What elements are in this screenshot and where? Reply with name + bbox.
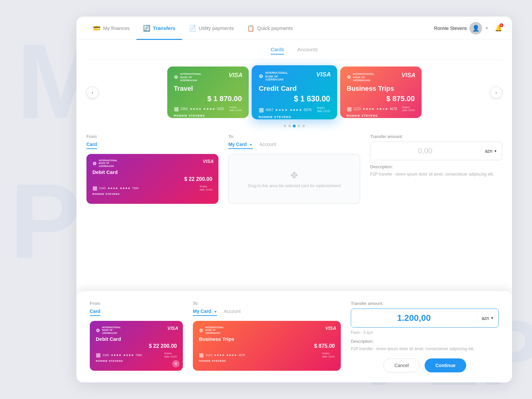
chip-icon-business: ▦ (347, 106, 352, 112)
to-drop-zone[interactable]: ✥ Drag to this area the selected card fo… (228, 154, 360, 204)
cards-carousel: ‹ ⚙ INTERNATIONAL BANK OF AZERBAIJAN Tra… (86, 66, 502, 118)
card-footer-travel: ▦ 2356 ★★★★ ★★★★ 3455 Expiry date 12/20 (174, 106, 242, 112)
amount-input[interactable] (370, 142, 480, 160)
nav-utility-payments[interactable]: 📄 Utility payments (182, 17, 241, 40)
close-circle-icon[interactable]: ✕ (172, 360, 180, 367)
transfers-icon: 🔄 (143, 25, 150, 32)
card-business[interactable]: ⚙ INTERNATIONAL BANK OF AZERBAIJAN Busin… (340, 66, 422, 118)
dot-1[interactable] (284, 125, 286, 127)
nav-quick-label: Quick payments (257, 25, 293, 31)
from-card-debit[interactable]: ⚙ INTERNATIONAL BANK OF AZERBAIJAN VISA … (86, 154, 218, 204)
bottom-from-label: From: (90, 301, 183, 306)
chip-icon-credit: ▦ (258, 106, 264, 113)
from-column: From: Card ⚙ INTERNATIONAL BANK OF AZERB… (86, 134, 218, 204)
bottom-to-card-holder: RONNIE STEVENS (199, 359, 335, 362)
bottom-to-card-amount: $ 875.00 (199, 343, 335, 349)
carousel-prev-button[interactable]: ‹ (86, 86, 98, 98)
bank-logo-from: ⚙ INTERNATIONAL BANK OF AZERBAIJAN (92, 159, 212, 168)
bank-name-business: INTERNATIONAL BANK OF AZERBAIJAN (353, 72, 380, 82)
continue-button[interactable]: Continue (425, 358, 466, 372)
card-expiry-travel: Expiry date 12/20 (229, 106, 242, 112)
bottom-from-tab-row: Card (90, 309, 183, 316)
transfer-section-top: From: Card ⚙ INTERNATIONAL BANK OF AZERB… (86, 134, 502, 204)
nav-transfers-label: Transfers (153, 25, 176, 31)
content-area: Cards Accounts ‹ ⚙ INTERNATIONAL BANK OF… (76, 40, 512, 214)
card-amount-business: $ 875.00 (347, 94, 415, 103)
notification-bell[interactable]: 🔔 1 (495, 25, 502, 32)
bottom-amount-column: Transfer amount: azn ▼ Fees - 3 azn Desc… (351, 301, 499, 372)
from-card-amount: $ 22 200.00 (92, 176, 212, 182)
card-holder-credit: RONNIE STEVENS (258, 115, 330, 119)
nav-utility-label: Utility payments (199, 25, 234, 31)
action-buttons: Cancel Continue (351, 358, 499, 372)
card-holder-business: RONNIE STEVENS (347, 114, 415, 117)
bottom-to-tab-account[interactable]: Account (224, 309, 241, 316)
nav-quick-payments[interactable]: 📋 Quick payments (240, 17, 300, 40)
bottom-bank-logo-to: ⚙ INTERNATIONAL BANK OF AZERBAIJAN (199, 326, 335, 334)
to-tab-account[interactable]: Account (259, 142, 276, 149)
dot-5[interactable] (302, 125, 305, 127)
bottom-to-label: To: (193, 301, 341, 306)
bottom-from-card-expiry: Expiry date 12/20 (164, 352, 177, 358)
card-name-business: Business Trips (347, 85, 415, 92)
nav-transfers[interactable]: 🔄 Transfers (136, 17, 182, 40)
avatar[interactable]: 👤 (469, 22, 482, 35)
bottom-to-card-name: Business Trips (199, 336, 335, 342)
card-amount-travel: $ 1 870.00 (174, 94, 242, 103)
card-travel[interactable]: ⚙ INTERNATIONAL BANK OF AZERBAIJAN Trave… (167, 66, 249, 118)
tab-accounts[interactable]: Accounts (297, 47, 318, 55)
visa-logo-travel: VISA (228, 72, 242, 79)
bottom-amount-input[interactable] (351, 309, 477, 327)
user-info: Ronnie Stevens 👤 ▼ 🔔 1 (434, 22, 502, 35)
bottom-to-card-expiry: Expiry date 12/20 (322, 352, 335, 358)
bottom-from-tab-card[interactable]: Card (90, 309, 100, 316)
card-holder-travel: RONNIE STEVENS (174, 114, 242, 117)
bottom-from-card-number: ▦ 2345 ★★★★ ★★★★ 7890 (96, 352, 142, 358)
dot-4[interactable] (298, 125, 300, 127)
bank-name-travel: INTERNATIONAL BANK OF AZERBAIJAN (180, 72, 207, 82)
chip-icon: ▦ (174, 106, 179, 112)
bottom-to-tab-row: My Card ▼ Account (193, 309, 341, 316)
to-tab-mycard[interactable]: My Card ▼ (228, 142, 253, 149)
notif-dot: 1 (499, 23, 503, 27)
carousel-dots (86, 125, 502, 127)
tab-cards[interactable]: Cards (271, 47, 284, 55)
quick-icon: 📋 (247, 25, 254, 32)
bottom-from-card-holder: RONNIE STEVENS (96, 359, 177, 362)
bottom-amount-input-row: azn ▼ (351, 309, 499, 328)
bottom-to-card[interactable]: ⚙ INTERNATIONAL BANK OF AZERBAIJAN VISA … (193, 321, 341, 371)
card-expiry-credit: Expiry date 12/20 (317, 106, 330, 113)
bottom-from-card[interactable]: ⚙ INTERNATIONAL BANK OF AZERBAIJAN VISA … (90, 321, 183, 371)
chevron-icon: ▼ (249, 143, 253, 147)
bottom-description-label: Description: (351, 339, 499, 344)
from-label: From: (86, 134, 218, 139)
nav-my-finances[interactable]: 💳 My finances (86, 17, 136, 40)
wallet-icon: 💳 (93, 25, 100, 32)
bottom-bank-logo-from: ⚙ INTERNATIONAL BANK OF AZERBAIJAN (96, 326, 177, 334)
bank-name-credit: INTERNATIONAL BANK OF AZERBAIJAN (265, 71, 293, 81)
user-name: Ronnie Stevens (434, 26, 467, 31)
bank-gear-icon-business: ⚙ (347, 74, 351, 80)
section-tabs: Cards Accounts (86, 40, 502, 60)
dot-3[interactable] (293, 125, 296, 127)
dot-2[interactable] (288, 125, 291, 127)
card-footer-business: ▦ 1123 ★★★★ ★★★★ 4678 Expiry date 12/20 (347, 106, 415, 112)
to-column: To: My Card ▼ Account ✥ Drag to this are… (228, 134, 360, 204)
utility-icon: 📄 (189, 25, 196, 32)
from-card-name: Debit Card (92, 169, 212, 175)
cancel-button[interactable]: Cancel (383, 358, 420, 372)
from-tab-card[interactable]: Card (86, 142, 97, 149)
carousel-next-button[interactable]: › (490, 86, 502, 98)
bottom-to-tab-mycard[interactable]: My Card ▼ (193, 309, 217, 316)
bottom-panel-content: From: Card ⚙ INTERNATIONAL BANK OF AZERB… (90, 301, 499, 372)
amount-input-row: azn ▼ (370, 142, 502, 160)
currency-select[interactable]: azn ▼ (480, 148, 502, 154)
main-container: 💳 My finances 🔄 Transfers 📄 Utility paym… (76, 17, 512, 382)
bottom-currency-select[interactable]: azn ▼ (477, 316, 498, 321)
description-text: P2P transfer - lorem ipsum dolor sit ame… (370, 171, 502, 177)
amount-column: Transfer amount: azn ▼ Description: P2P … (370, 134, 502, 204)
from-tab-row: Card (86, 142, 218, 149)
card-credit[interactable]: ⚙ INTERNATIONAL BANK OF AZERBAIJAN Credi… (251, 65, 337, 119)
chevron-down-bottom: ▼ (490, 316, 494, 320)
chevron-down-icon[interactable]: ▼ (485, 26, 489, 31)
